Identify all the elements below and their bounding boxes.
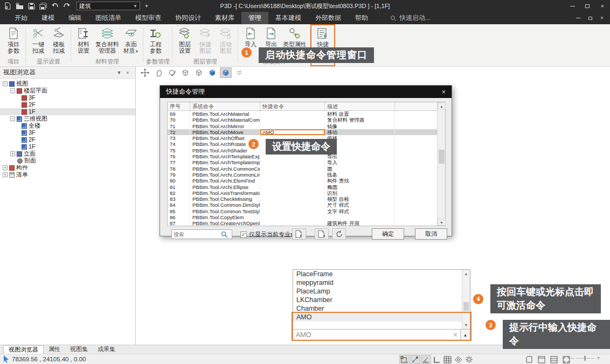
viewcube-icon[interactable] [453,355,463,364]
table-row[interactable]: 82 PBBim.Tool.AxisTransformation 识别 [168,190,438,196]
doc-close-button[interactable]: × [596,13,608,23]
ribbon-tab[interactable]: 协同设计 [168,12,208,24]
hand-icon[interactable] [153,67,164,78]
column-header-command[interactable]: 系统命令 [190,102,260,110]
column-header-no[interactable]: 序号 [168,102,190,110]
collapse-icon[interactable]: − [10,116,15,121]
ribbon-tab[interactable]: 建模 [34,12,61,24]
expand-icon[interactable]: + [10,151,15,156]
single-window-icon[interactable] [536,355,546,364]
ribbon-tab[interactable]: 帮助 [348,12,375,24]
material-settings-button[interactable]: 材料 设置 [74,25,93,54]
table-row[interactable]: 83 PBBim.Tool.CheckMissing 模型 自检 [168,196,438,202]
tree-item-elevation[interactable]: +立面 [0,150,135,157]
table-row[interactable]: 80 PBBim.Tool.Archi.ElemFind 构件 查找 [168,178,438,184]
table-row[interactable]: 81 PBBim.Tool.Archi.Ellipse 椭圆 [168,184,438,190]
orbit-icon[interactable] [166,67,178,78]
import-button[interactable]: 导入 [241,25,260,48]
ribbon-tab[interactable]: 管理 [241,12,268,24]
composite-material-manager-button[interactable]: 复合材料 管理器 [94,25,120,54]
command-history-item[interactable]: LKChamber [293,296,462,304]
tree-item-plan-1f[interactable]: 1F [0,108,135,115]
table-row[interactable]: 85 PBBim.Tool.Common.TextStyle... 文字 样式 [168,208,438,214]
table-row[interactable]: 69 PBBim.Tool.ArchMaterial 材料 设置 [168,111,438,117]
open-file-button[interactable] [15,2,24,10]
scroll-up-icon[interactable]: ▲ [438,102,446,109]
zoom-out-button[interactable]: − [570,355,574,361]
stacked-windows-icon[interactable] [549,355,559,364]
zoom-in-button[interactable]: + [597,355,600,361]
layer-settings-button[interactable]: 图层 设置 [175,25,195,54]
engineering-params-button[interactable]: 工程 参数 [146,25,165,54]
tree-item-floorplans[interactable]: −楼层平面 [0,87,135,94]
ribbon-tab[interactable]: 模型审查 [128,12,168,24]
command-history-item[interactable]: PlaceLamp [293,287,462,296]
table-row[interactable]: 86 PBBim.Tool.CopyElem [168,214,438,220]
scroll-down-icon[interactable]: ▼ [462,321,470,328]
command-list-scrollbar[interactable]: ▲ ▼ [462,270,470,329]
more-tools-icon[interactable] [233,67,245,78]
table-row[interactable]: 71 PBBim.Tool.ArchMirror 镜像 [168,123,438,129]
panel-tab[interactable]: 视图浏览器 [3,345,44,354]
table-scrollbar[interactable]: ▲ ▼ [437,102,445,226]
restore-button[interactable] [580,0,595,12]
scroll-down-icon[interactable]: ▼ [438,219,446,226]
ribbon-tab[interactable]: 编辑 [61,12,88,24]
pan-icon[interactable] [139,67,151,78]
collapse-icon[interactable]: − [3,81,8,86]
realistic-cube-icon[interactable] [220,67,232,78]
panel-tab[interactable]: 属性 [44,345,65,354]
table-row[interactable]: 87 PBBim.Tool.CreateArchOpening... 建筑构件 … [168,220,438,226]
tree-item-3d-views[interactable]: −三维视图 [0,115,135,122]
doc-restore-button[interactable] [584,13,596,23]
object-snap-icon[interactable] [399,355,410,364]
tree-item-plan-3f[interactable]: 3F [0,94,135,101]
zoom-slider-handle[interactable] [584,356,586,361]
tree-item-3d-2f[interactable]: 2F [0,136,135,143]
cancel-button[interactable]: 取消 [415,228,447,240]
tree-item-3d-3f[interactable]: 3F [0,129,135,136]
ortho-icon[interactable] [432,355,442,364]
undo-button[interactable] [51,2,59,10]
slab-deduct-button[interactable]: 楼板 扣减 [49,25,68,54]
zoom-slider[interactable] [576,358,594,359]
tree-item-3d-whole[interactable]: 全楼 [0,122,135,129]
tree-item-schedules[interactable]: +清单 [0,171,135,178]
quick-launch[interactable]: 快速启动... [390,13,431,23]
save-all-button[interactable] [39,2,47,10]
table-row[interactable]: 79 PBBim.Tool.Archi.CommonLine 线条 [168,172,438,178]
command-history-item[interactable]: meppyramid [293,278,462,287]
column-header-description[interactable]: 描述 [325,102,395,110]
panel-close-icon[interactable]: × [123,70,132,75]
polar-snap-icon[interactable] [410,355,420,364]
ribbon-tab[interactable]: 素材库 [208,12,241,24]
surface-material-button[interactable]: 表面 材质▼ [121,25,141,55]
expand-icon[interactable]: + [3,165,8,170]
export-button[interactable]: 导出 [261,25,281,48]
command-history-item[interactable]: AMO [293,313,462,321]
shaded-cube-icon[interactable] [206,67,218,78]
search-input[interactable] [174,232,221,237]
clear-input-icon[interactable]: ✕ [450,331,460,339]
minimize-button[interactable] [565,0,580,12]
panel-menu-icon[interactable]: ▼ [115,70,123,75]
ok-button[interactable]: 确定 [372,228,404,240]
one-key-deduct-button[interactable]: 一键 扣减 [29,25,48,54]
ribbon-tab[interactable]: 开始 [8,12,34,24]
checkbox-checked-icon[interactable]: ✓ [240,232,247,238]
close-button[interactable]: × [595,0,610,12]
column-header-shortcut[interactable]: 快捷命令 [260,102,325,110]
wireframe-cube-icon[interactable] [179,67,191,78]
collapse-icon[interactable]: − [10,88,15,93]
command-history-item[interactable]: PlaceFrame [293,270,462,278]
command-input[interactable] [293,330,450,340]
ribbon-tab[interactable]: 图纸清单 [88,12,128,24]
dialog-titlebar[interactable]: 快捷命令管理 × [160,86,452,98]
table-row[interactable]: 77 PBBim.Tool.ArchTemplateImport 导入 [168,159,438,165]
import-config-button[interactable] [315,228,329,240]
command-history-item[interactable]: Chamber [293,304,462,313]
reset-button[interactable] [332,228,346,240]
expand-icon[interactable]: + [3,172,8,177]
redo-button[interactable] [63,2,71,10]
table-row[interactable]: 78 PBBim.Tool.Archi.CommonCircle 圆 [168,166,438,172]
